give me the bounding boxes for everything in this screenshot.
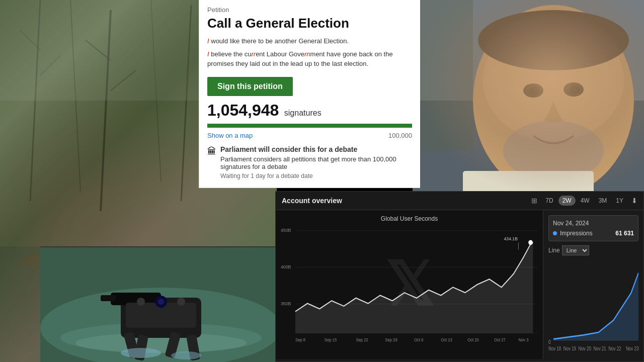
svg-point-39 <box>137 298 145 306</box>
svg-rect-37 <box>101 295 116 301</box>
svg-point-17 <box>483 20 624 141</box>
line-label: Line <box>548 247 560 254</box>
svg-point-21 <box>530 86 540 95</box>
signature-label: signatures <box>284 109 321 117</box>
svg-text:Nov 21: Nov 21 <box>594 345 606 352</box>
svg-text:Nov 23: Nov 23 <box>626 345 638 352</box>
svg-point-44 <box>171 351 201 359</box>
parliament-content: Parliament will consider this for a deba… <box>220 145 412 179</box>
analytics-title: Account overview <box>282 197 527 205</box>
svg-text:Oct 20: Oct 20 <box>467 337 479 342</box>
svg-text:Sep 22: Sep 22 <box>356 337 368 342</box>
time-tabs: 7D 2W 4W 3M 1Y <box>541 196 627 206</box>
svg-marker-72 <box>553 273 638 340</box>
svg-point-18 <box>478 10 629 70</box>
tooltip-metric: Impressions <box>560 230 612 237</box>
analytics-panel: Account overview ⊞ 7D 2W 4W 3M 1Y ⬇ Glob… <box>275 191 644 362</box>
progress-bar-fill <box>207 124 412 128</box>
svg-text:Sep 8: Sep 8 <box>295 337 306 342</box>
tab-4w[interactable]: 4W <box>577 196 594 206</box>
background-face <box>413 0 644 196</box>
tooltip-value: 61 631 <box>615 230 634 237</box>
tooltip-date: Nov 24, 2024 <box>553 220 634 227</box>
chart-title: Global User Seconds <box>281 215 538 222</box>
chart-container: Global User Seconds 𝕏 450B 400B 350B Sep… <box>276 210 643 359</box>
tab-3m[interactable]: 3M <box>595 196 611 206</box>
svg-rect-14 <box>413 0 644 196</box>
svg-rect-15 <box>413 0 644 101</box>
svg-point-20 <box>564 82 584 97</box>
svg-text:400B: 400B <box>281 264 291 269</box>
threshold-label: 100,000 <box>388 132 412 139</box>
svg-text:Nov 22: Nov 22 <box>608 345 621 352</box>
parliament-title: Parliament will consider this for a deba… <box>220 145 412 153</box>
sign-petition-button[interactable]: Sign this petition <box>207 77 293 96</box>
svg-text:Nov 20: Nov 20 <box>579 345 591 352</box>
grid-icon[interactable]: ⊞ <box>531 197 537 205</box>
svg-text:Sep 29: Sep 29 <box>385 337 397 342</box>
tab-7d[interactable]: 7D <box>541 196 557 206</box>
svg-point-40 <box>177 298 185 306</box>
svg-text:Oct 27: Oct 27 <box>494 337 506 342</box>
svg-point-43 <box>121 348 161 358</box>
parliament-box: 🏛 Parliament will consider this for a de… <box>207 145 412 179</box>
side-panel: Nov 24, 2024 Impressions 61 631 Line Lin… <box>543 210 643 359</box>
svg-text:0: 0 <box>548 339 550 345</box>
tooltip-box: Nov 24, 2024 Impressions 61 631 <box>548 215 638 241</box>
parliament-wait: Waiting for 1 day for a debate date <box>220 172 412 179</box>
svg-rect-25 <box>413 0 473 151</box>
analytics-header: Account overview ⊞ 7D 2W 4W 3M 1Y ⬇ <box>276 192 643 210</box>
svg-point-16 <box>473 5 634 196</box>
main-chart: Global User Seconds 𝕏 450B 400B 350B Sep… <box>276 210 543 359</box>
parliament-desc: Parliament considers all petitions that … <box>220 155 412 170</box>
petition-label: Petition <box>207 6 412 14</box>
parliament-icon: 🏛 <box>207 146 216 157</box>
svg-text:350B: 350B <box>281 301 291 306</box>
svg-marker-63 <box>295 242 533 333</box>
svg-text:Oct 6: Oct 6 <box>414 337 424 342</box>
svg-rect-26 <box>413 0 644 196</box>
map-row: Show on a map 100,000 <box>207 132 412 139</box>
petition-highlight-1: I <box>207 37 209 45</box>
tooltip-row: Impressions 61 631 <box>553 230 634 237</box>
petition-desc-2: I believe the current Labour Government … <box>207 49 412 69</box>
peak-dot <box>529 240 533 245</box>
svg-text:Oct 13: Oct 13 <box>441 337 452 342</box>
petition-desc-1: I would like there to be another General… <box>207 36 412 46</box>
tab-2w[interactable]: 2W <box>558 196 576 206</box>
svg-text:Sep 15: Sep 15 <box>325 337 337 342</box>
signature-count-row: 1,054,948 signatures <box>207 101 412 120</box>
side-mini-chart: Nov 18 Nov 19 Nov 20 Nov 21 Nov 22 Nov 2… <box>548 259 638 354</box>
petition-title: Call a General Election <box>207 16 412 31</box>
line-dropdown[interactable]: Line Bar Area <box>562 245 589 255</box>
download-icon[interactable]: ⬇ <box>631 197 637 205</box>
line-selector[interactable]: Line Line Bar Area <box>548 245 638 255</box>
signature-count: 1,054,948 <box>207 101 279 119</box>
svg-point-19 <box>523 83 543 98</box>
svg-point-23 <box>503 121 604 181</box>
svg-point-22 <box>570 85 580 94</box>
progress-bar-container <box>207 124 412 128</box>
svg-point-42 <box>158 299 164 305</box>
tab-1y[interactable]: 1Y <box>612 196 627 206</box>
show-on-map-link[interactable]: Show on a map <box>207 132 253 139</box>
svg-text:434.1B: 434.1B <box>504 236 518 242</box>
petition-highlight-2: I <box>207 50 209 58</box>
petition-panel: Petition Call a General Election I would… <box>199 0 420 188</box>
tooltip-dot-blue <box>553 231 557 235</box>
svg-text:Nov 3: Nov 3 <box>518 337 529 342</box>
background-robot <box>40 246 282 362</box>
chart-svg: 450B 400B 350B Sep 8 Sep 15 Sep 22 Sep 2… <box>281 225 538 344</box>
svg-text:Nov 19: Nov 19 <box>564 345 576 352</box>
svg-text:450B: 450B <box>281 227 291 233</box>
svg-text:Nov 18: Nov 18 <box>548 345 561 352</box>
